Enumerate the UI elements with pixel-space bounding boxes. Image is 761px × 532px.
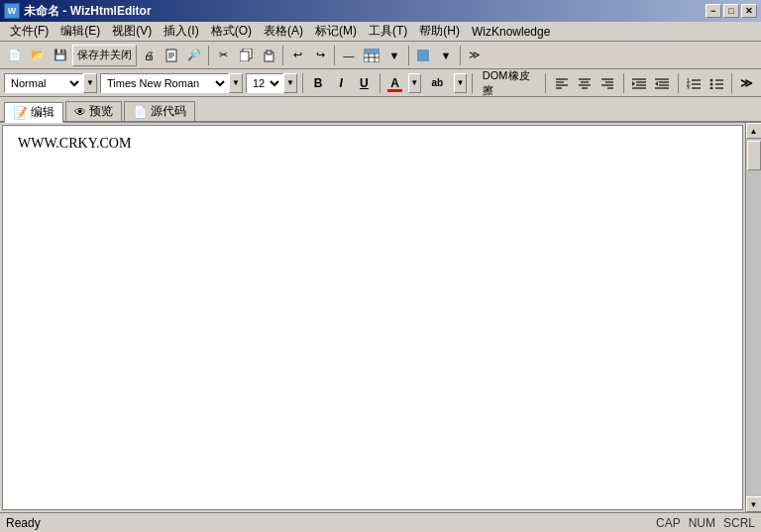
highlight-dropdown[interactable]: ▼ [454, 73, 467, 93]
format-sep-4 [545, 73, 546, 93]
menu-file[interactable]: 文件(F) [4, 22, 54, 41]
format-toolbar: Normal ▼ Times New Roman ▼ 12 ▼ B I U A … [0, 69, 761, 97]
hr-button[interactable]: — [338, 45, 360, 66]
indent-button[interactable] [629, 72, 649, 94]
status-text: Ready [6, 516, 41, 530]
insert-dropdown[interactable]: ▼ [383, 45, 405, 66]
format-more-btn[interactable]: ≫ [737, 72, 757, 94]
size-select[interactable]: 12 [246, 73, 283, 93]
save-button[interactable]: 💾 [50, 45, 71, 66]
italic-button[interactable]: I [331, 72, 351, 94]
outdent-button[interactable] [652, 72, 672, 94]
tab-preview[interactable]: 👁 预览 [65, 101, 122, 121]
font-dropdown-arrow[interactable]: ▼ [229, 73, 243, 93]
undo-button[interactable]: ↩ [286, 45, 308, 66]
menu-help[interactable]: 帮助(H) [413, 22, 466, 41]
scroll-thumb[interactable] [747, 141, 761, 170]
scroll-up-button[interactable]: ▲ [746, 123, 762, 139]
table-button[interactable] [361, 45, 382, 66]
svg-rect-5 [240, 52, 249, 61]
tab-edit-icon: 📝 [13, 106, 28, 120]
new-button[interactable]: 📄 [4, 45, 26, 66]
font-select[interactable]: Times New Roman [100, 73, 229, 93]
title-buttons: − □ ✕ [706, 4, 757, 18]
format-sep-7 [731, 73, 732, 93]
menu-format[interactable]: 格式(O) [205, 22, 258, 41]
title-bar-left: W 未命名 - WizHtmlEditor [4, 3, 152, 20]
menu-mark[interactable]: 标记(M) [309, 22, 363, 41]
status-indicators: CAP NUM SCRL [656, 516, 755, 530]
tab-preview-label: 预览 [89, 103, 113, 120]
separator-2 [282, 46, 283, 65]
separator-4 [408, 46, 409, 65]
extra-btn-2[interactable]: ▼ [435, 45, 457, 66]
menu-insert[interactable]: 插入(I) [158, 22, 204, 41]
tab-source-label: 源代码 [151, 103, 186, 120]
svg-marker-31 [632, 81, 635, 86]
maximize-button[interactable]: □ [723, 4, 739, 18]
align-left-button[interactable] [551, 72, 573, 94]
svg-rect-14 [417, 50, 429, 61]
tab-preview-icon: 👁 [74, 105, 86, 119]
menu-wizknowledge[interactable]: WizKnowledge [466, 24, 556, 40]
print-button[interactable]: 🖨 [138, 45, 160, 66]
cut-button[interactable]: ✂ [212, 45, 234, 66]
tab-edit[interactable]: 📝 编辑 [4, 102, 63, 123]
svg-point-45 [709, 82, 712, 85]
print-preview-button[interactable] [161, 45, 182, 66]
copy-button[interactable] [235, 45, 257, 66]
style-dropdown-arrow[interactable]: ▼ [83, 73, 97, 93]
svg-point-47 [709, 86, 712, 89]
app-icon: W [4, 3, 20, 19]
minimize-button[interactable]: − [706, 4, 721, 18]
paste-button[interactable] [258, 45, 279, 66]
find-button[interactable]: 🔎 [183, 45, 205, 66]
font-color-button[interactable]: A [384, 72, 404, 94]
format-sep-6 [678, 73, 679, 93]
title-text: 未命名 - WizHtmlEditor [24, 3, 152, 20]
save-close-button[interactable]: 保存并关闭 [72, 45, 137, 66]
scroll-down-button[interactable]: ▼ [746, 496, 762, 512]
size-dropdown-arrow[interactable]: ▼ [283, 73, 297, 93]
highlight-button[interactable]: ab [424, 72, 451, 94]
font-color-indicator [387, 89, 401, 92]
svg-point-43 [709, 78, 712, 81]
menu-bar: 文件(F) 编辑(E) 视图(V) 插入(I) 格式(O) 表格(A) 标记(M… [0, 22, 761, 42]
dom-eraser-button[interactable]: DOM橡皮擦 [478, 72, 540, 94]
menu-table[interactable]: 表格(A) [258, 22, 309, 41]
font-color-dropdown[interactable]: ▼ [408, 73, 421, 93]
scroll-track[interactable] [746, 139, 762, 496]
main-toolbar: 📄 📂 💾 保存并关闭 🖨 🔎 ✂ ↩ ↪ — ▼ ▼ ≫ [0, 42, 761, 69]
underline-button[interactable]: U [354, 72, 374, 94]
editor-container: WWW.CRKY.COM ▲ ▼ [0, 123, 761, 512]
scrl-indicator: SCRL [723, 516, 755, 530]
tab-source[interactable]: 📄 源代码 [124, 101, 195, 121]
scrollbar-right: ▲ ▼ [745, 123, 761, 512]
separator-5 [460, 46, 461, 65]
format-sep-5 [623, 73, 624, 93]
list-unordered-button[interactable] [707, 72, 726, 94]
menu-tools[interactable]: 工具(T) [363, 22, 413, 41]
align-right-button[interactable] [597, 72, 618, 94]
bold-button[interactable]: B [308, 72, 328, 94]
extra-btn[interactable] [412, 45, 434, 66]
tab-bar: 📝 编辑 👁 预览 📄 源代码 [0, 97, 761, 123]
svg-text:3.: 3. [687, 85, 692, 89]
svg-rect-13 [364, 49, 380, 53]
separator-3 [334, 46, 335, 65]
close-button[interactable]: ✕ [741, 4, 757, 18]
list-ordered-button[interactable]: 1.2.3. [683, 72, 703, 94]
align-center-button[interactable] [574, 72, 596, 94]
editor-content[interactable]: WWW.CRKY.COM [18, 136, 727, 152]
menu-view[interactable]: 视图(V) [106, 22, 158, 41]
tab-edit-label: 编辑 [31, 104, 54, 121]
editor-area[interactable]: WWW.CRKY.COM [2, 125, 743, 510]
more-btn[interactable]: ≫ [464, 45, 486, 66]
open-button[interactable]: 📂 [27, 45, 49, 66]
style-select[interactable]: Normal [4, 73, 83, 93]
format-sep-2 [380, 73, 380, 93]
svg-marker-36 [655, 81, 658, 86]
tab-source-icon: 📄 [133, 105, 148, 119]
menu-edit[interactable]: 编辑(E) [54, 22, 106, 41]
redo-button[interactable]: ↪ [309, 45, 331, 66]
